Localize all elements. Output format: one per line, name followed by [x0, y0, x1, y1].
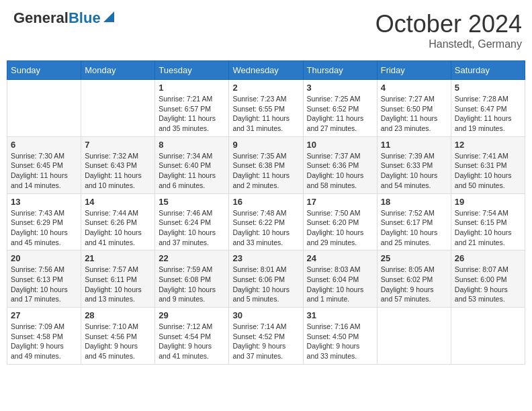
weekday-header-saturday: Saturday: [451, 61, 525, 80]
day-number: 9: [232, 140, 299, 150]
day-number: 17: [307, 197, 373, 207]
day-number: 3: [307, 83, 373, 93]
day-number: 30: [232, 310, 299, 320]
calendar-cell: 3Sunrise: 7:25 AMSunset: 6:52 PMDaylight…: [303, 80, 377, 137]
day-number: 20: [11, 253, 77, 263]
calendar-cell: [451, 308, 525, 365]
calendar-cell: 16Sunrise: 7:48 AMSunset: 6:22 PMDayligh…: [229, 193, 303, 250]
day-info: Sunrise: 7:23 AMSunset: 6:55 PMDaylight:…: [232, 94, 299, 134]
day-number: 21: [85, 253, 151, 263]
day-number: 24: [307, 253, 373, 263]
day-info: Sunrise: 7:54 AMSunset: 6:15 PMDaylight:…: [455, 208, 521, 248]
calendar-cell: 2Sunrise: 7:23 AMSunset: 6:55 PMDaylight…: [229, 80, 303, 137]
day-info: Sunrise: 7:48 AMSunset: 6:22 PMDaylight:…: [232, 208, 299, 248]
day-number: 26: [455, 253, 521, 263]
day-info: Sunrise: 7:52 AMSunset: 6:17 PMDaylight:…: [381, 208, 447, 248]
calendar-cell: [7, 80, 81, 137]
weekday-header-row: SundayMondayTuesdayWednesdayThursdayFrid…: [7, 61, 525, 80]
calendar-cell: 29Sunrise: 7:12 AMSunset: 4:54 PMDayligh…: [155, 308, 229, 365]
day-number: 22: [159, 253, 225, 263]
week-row-4: 20Sunrise: 7:56 AMSunset: 6:13 PMDayligh…: [7, 250, 525, 308]
calendar-cell: 31Sunrise: 7:16 AMSunset: 4:50 PMDayligh…: [303, 308, 377, 365]
day-info: Sunrise: 7:57 AMSunset: 6:11 PMDaylight:…: [85, 265, 151, 304]
day-number: 28: [85, 310, 151, 320]
day-number: 18: [381, 197, 447, 207]
day-number: 6: [11, 140, 77, 150]
calendar-cell: 13Sunrise: 7:43 AMSunset: 6:29 PMDayligh…: [7, 193, 81, 250]
calendar-cell: 18Sunrise: 7:52 AMSunset: 6:17 PMDayligh…: [377, 193, 451, 250]
day-info: Sunrise: 7:59 AMSunset: 6:08 PMDaylight:…: [159, 265, 225, 304]
day-number: 5: [455, 83, 521, 93]
day-info: Sunrise: 7:37 AMSunset: 6:36 PMDaylight:…: [307, 151, 373, 191]
week-row-2: 6Sunrise: 7:30 AMSunset: 6:45 PMDaylight…: [7, 136, 525, 193]
day-info: Sunrise: 7:41 AMSunset: 6:31 PMDaylight:…: [455, 151, 521, 191]
day-info: Sunrise: 7:12 AMSunset: 4:54 PMDaylight:…: [159, 322, 225, 361]
calendar-cell: 28Sunrise: 7:10 AMSunset: 4:56 PMDayligh…: [81, 308, 155, 365]
month-year-title: October 2024: [375, 10, 522, 38]
day-info: Sunrise: 7:10 AMSunset: 4:56 PMDaylight:…: [85, 322, 151, 361]
calendar-cell: 6Sunrise: 7:30 AMSunset: 6:45 PMDaylight…: [7, 136, 81, 193]
day-info: Sunrise: 7:50 AMSunset: 6:20 PMDaylight:…: [307, 208, 373, 248]
day-info: Sunrise: 7:21 AMSunset: 6:57 PMDaylight:…: [159, 94, 225, 134]
calendar-cell: [377, 308, 451, 365]
week-row-3: 13Sunrise: 7:43 AMSunset: 6:29 PMDayligh…: [7, 193, 525, 250]
day-number: 15: [159, 197, 225, 207]
calendar-cell: 10Sunrise: 7:37 AMSunset: 6:36 PMDayligh…: [303, 136, 377, 193]
weekday-header-wednesday: Wednesday: [229, 61, 303, 80]
calendar-cell: 27Sunrise: 7:09 AMSunset: 4:58 PMDayligh…: [7, 308, 81, 365]
day-info: Sunrise: 7:16 AMSunset: 4:50 PMDaylight:…: [307, 322, 373, 361]
day-number: 16: [232, 197, 299, 207]
logo-general: General: [13, 10, 69, 26]
weekday-header-friday: Friday: [377, 61, 451, 80]
day-number: 1: [159, 83, 225, 93]
svg-marker-0: [103, 11, 114, 22]
day-info: Sunrise: 7:56 AMSunset: 6:13 PMDaylight:…: [11, 265, 77, 304]
day-number: 7: [85, 140, 151, 150]
calendar-cell: 7Sunrise: 7:32 AMSunset: 6:43 PMDaylight…: [81, 136, 155, 193]
calendar-cell: 12Sunrise: 7:41 AMSunset: 6:31 PMDayligh…: [451, 136, 525, 193]
calendar-cell: 26Sunrise: 8:07 AMSunset: 6:00 PMDayligh…: [451, 250, 525, 308]
day-info: Sunrise: 7:14 AMSunset: 4:52 PMDaylight:…: [232, 322, 299, 361]
logo: General Blue: [13, 10, 116, 26]
calendar-cell: 22Sunrise: 7:59 AMSunset: 6:08 PMDayligh…: [155, 250, 229, 308]
day-info: Sunrise: 7:46 AMSunset: 6:24 PMDaylight:…: [159, 208, 225, 248]
day-info: Sunrise: 7:39 AMSunset: 6:33 PMDaylight:…: [381, 151, 447, 191]
title-area: October 2024 Hanstedt, Germany: [375, 10, 522, 50]
day-number: 31: [307, 310, 373, 320]
calendar-cell: 14Sunrise: 7:44 AMSunset: 6:26 PMDayligh…: [81, 193, 155, 250]
day-number: 12: [455, 140, 521, 150]
day-number: 2: [232, 83, 299, 93]
calendar-cell: 8Sunrise: 7:34 AMSunset: 6:40 PMDaylight…: [155, 136, 229, 193]
weekday-header-thursday: Thursday: [303, 61, 377, 80]
logo-blue: Blue: [69, 10, 101, 26]
week-row-1: 1Sunrise: 7:21 AMSunset: 6:57 PMDaylight…: [7, 80, 525, 137]
calendar-cell: 30Sunrise: 7:14 AMSunset: 4:52 PMDayligh…: [229, 308, 303, 365]
calendar-cell: 21Sunrise: 7:57 AMSunset: 6:11 PMDayligh…: [81, 250, 155, 308]
calendar-cell: [81, 80, 155, 137]
weekday-header-sunday: Sunday: [7, 61, 81, 80]
logo-icon: [102, 10, 116, 24]
day-info: Sunrise: 7:30 AMSunset: 6:45 PMDaylight:…: [11, 151, 77, 191]
calendar-cell: 1Sunrise: 7:21 AMSunset: 6:57 PMDaylight…: [155, 80, 229, 137]
day-info: Sunrise: 7:09 AMSunset: 4:58 PMDaylight:…: [11, 322, 77, 361]
calendar-cell: 5Sunrise: 7:28 AMSunset: 6:47 PMDaylight…: [451, 80, 525, 137]
day-number: 13: [11, 197, 77, 207]
calendar-table: SundayMondayTuesdayWednesdayThursdayFrid…: [7, 60, 525, 365]
weekday-header-tuesday: Tuesday: [155, 61, 229, 80]
day-number: 8: [159, 140, 225, 150]
location-subtitle: Hanstedt, Germany: [375, 38, 522, 50]
calendar-cell: 17Sunrise: 7:50 AMSunset: 6:20 PMDayligh…: [303, 193, 377, 250]
day-info: Sunrise: 7:27 AMSunset: 6:50 PMDaylight:…: [381, 94, 447, 134]
calendar-cell: 19Sunrise: 7:54 AMSunset: 6:15 PMDayligh…: [451, 193, 525, 250]
day-number: 4: [381, 83, 447, 93]
calendar-cell: 20Sunrise: 7:56 AMSunset: 6:13 PMDayligh…: [7, 250, 81, 308]
calendar-cell: 24Sunrise: 8:03 AMSunset: 6:04 PMDayligh…: [303, 250, 377, 308]
calendar-cell: 11Sunrise: 7:39 AMSunset: 6:33 PMDayligh…: [377, 136, 451, 193]
calendar-cell: 23Sunrise: 8:01 AMSunset: 6:06 PMDayligh…: [229, 250, 303, 308]
day-info: Sunrise: 7:32 AMSunset: 6:43 PMDaylight:…: [85, 151, 151, 191]
calendar-cell: 4Sunrise: 7:27 AMSunset: 6:50 PMDaylight…: [377, 80, 451, 137]
day-info: Sunrise: 7:34 AMSunset: 6:40 PMDaylight:…: [159, 151, 225, 191]
day-info: Sunrise: 8:05 AMSunset: 6:02 PMDaylight:…: [381, 265, 447, 304]
day-info: Sunrise: 7:28 AMSunset: 6:47 PMDaylight:…: [455, 94, 521, 134]
day-info: Sunrise: 7:25 AMSunset: 6:52 PMDaylight:…: [307, 94, 373, 134]
